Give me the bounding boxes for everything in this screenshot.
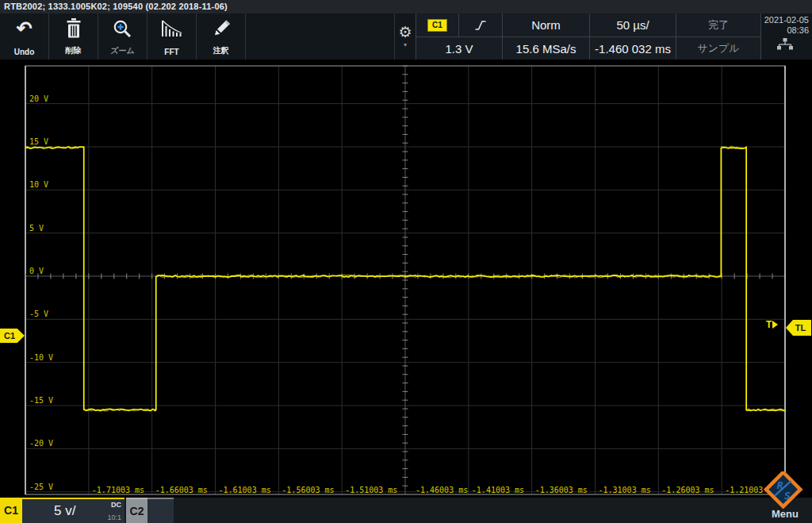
fft-button[interactable]: FFT [147, 13, 197, 60]
voltage-label: 15 V [29, 137, 48, 146]
time-label: -1.36003 ms [535, 486, 588, 494]
trigger-slope-cell[interactable] [459, 13, 503, 37]
delete-label: 削除 [66, 45, 82, 56]
annotate-button[interactable]: 注釈 [197, 13, 246, 60]
voltage-label: 10 V [29, 180, 48, 189]
voltage-label: -5 V [29, 310, 48, 318]
time-label: -1.66003 ms [155, 486, 208, 494]
time-label: -1.71003 ms [92, 486, 144, 494]
time-label: -1.61003 ms [219, 486, 271, 494]
trigger-level-cell[interactable]: 1.3 V [416, 37, 503, 60]
chevron-down-icon: ▾ [404, 41, 407, 48]
voltage-label: -20 V [29, 439, 53, 448]
sample-rate-cell[interactable]: 15.6 MSa/s [503, 37, 590, 60]
voltage-labels: 20 V15 V10 V5 V0 V-5 V-10 V-15 V-20 V-25… [29, 94, 53, 491]
date-text: 2021-02-05 [764, 15, 809, 25]
time-label: -1.31003 ms [599, 486, 651, 494]
voltage-label: -10 V [29, 353, 53, 362]
voltage-label: -15 V [29, 396, 53, 405]
trigger-marker-arrow-icon [772, 321, 778, 329]
trigger-source-badge: C1 [427, 19, 447, 32]
voltage-label: -25 V [29, 483, 53, 491]
voltage-label: 20 V [29, 94, 48, 103]
toolbar: ↶ Undo 削除 ズーム [0, 13, 812, 60]
time-text: 08:36 [787, 25, 809, 36]
acquisition-status-cell[interactable]: 完了 [676, 13, 761, 37]
channel2-tab[interactable]: C2 [126, 498, 147, 523]
svg-text:R: R [777, 479, 783, 491]
horizontal-position-cell[interactable]: -1.460 032 ms [590, 37, 676, 60]
pencil-icon [211, 17, 232, 40]
fft-spectrum-icon [161, 17, 183, 40]
channel1-settings-block[interactable]: 5 v/ DC 10:1 [22, 498, 124, 523]
channel1-scale: 5 v/ [54, 503, 75, 519]
waveform-display-area: 20 V15 V10 V5 V0 V-5 V-10 V-15 V-20 V-25… [0, 60, 812, 498]
zoom-magnifier-icon [113, 17, 132, 40]
channel-bar: C1 5 v/ DC 10:1 C2 [0, 498, 812, 523]
time-label: -1.41003 ms [472, 486, 524, 494]
time-label: -1.56003 ms [282, 486, 334, 494]
trigger-level-marker[interactable]: T [766, 319, 778, 330]
voltage-label: 5 V [29, 224, 44, 233]
undo-label: Undo [14, 48, 35, 56]
fft-label: FFT [164, 48, 178, 56]
zoom-label: ズーム [110, 45, 134, 56]
graticule: 20 V15 V10 V5 V0 V-5 V-10 V-15 V-20 V-25… [0, 60, 812, 498]
trash-icon [65, 17, 82, 40]
time-label: -1.46003 ms [416, 486, 468, 494]
rising-edge-icon [474, 18, 487, 33]
gear-icon: ⚙ [398, 25, 412, 40]
annotate-label: 注釈 [213, 45, 229, 56]
acquisition-mode-cell[interactable]: サンプル [676, 37, 761, 60]
trigger-mode-cell[interactable]: Norm [503, 13, 590, 37]
trigger-source-cell[interactable]: C1 [416, 13, 459, 37]
time-label: -1.51003 ms [345, 486, 397, 494]
trigger-marker-letter: T [766, 319, 772, 330]
zoom-button[interactable]: ズーム [98, 13, 147, 60]
channel1-probe-ratio: 10:1 [107, 513, 121, 521]
channel1-tab[interactable]: C1 [0, 498, 22, 523]
window-title: RTB2002; 1333.1005K02; 109540 (02.202 20… [0, 0, 812, 13]
channel1-coupling: DC [111, 501, 121, 509]
undo-icon: ↶ [16, 17, 32, 40]
delete-button[interactable]: 削除 [49, 13, 98, 60]
rohde-schwarz-logo: R S [763, 471, 807, 511]
voltage-label: 0 V [29, 267, 44, 275]
time-labels: -1.71003 ms-1.66003 ms-1.61003 ms-1.5600… [92, 486, 778, 494]
toolbar-spacer [246, 13, 394, 60]
svg-text:S: S [784, 490, 791, 502]
datetime-display: 2021-02-05 08:36 [760, 13, 812, 60]
channel2-settings-block[interactable] [147, 498, 174, 523]
settings-button[interactable]: ⚙ ▾ [394, 13, 416, 60]
network-icon [776, 38, 794, 52]
timebase-cell[interactable]: 50 µs/ [590, 13, 676, 37]
time-label: -1.26003 ms [661, 486, 714, 494]
undo-button[interactable]: ↶ Undo [0, 13, 49, 60]
trigger-acquisition-panel: C1 Norm 50 µs/ 完了 1.3 V 15.6 MSa/s -1.46… [416, 13, 760, 60]
